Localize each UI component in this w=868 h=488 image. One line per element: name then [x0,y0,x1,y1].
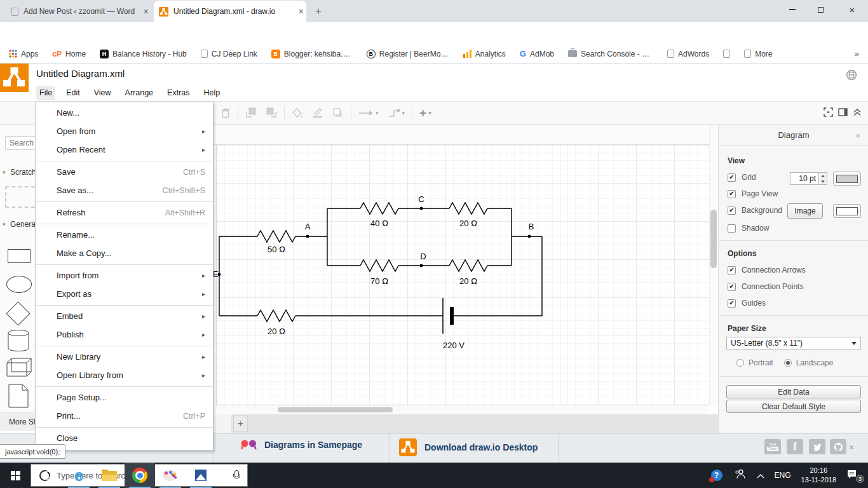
notification-center-icon[interactable]: 3 [846,469,862,482]
menu-item-make-a-copy[interactable]: Make a Copy... [36,244,213,262]
clear-default-style-button[interactable]: Clear Default Style [726,400,861,413]
background-image-button[interactable]: Image [787,203,823,219]
circuit-diagram[interactable]: A B C D E 50 Ω 40 Ω 20 Ω 70 Ω 20 Ω 20 Ω … [214,125,709,405]
window-minimize-button[interactable] [783,1,802,18]
shape-diamond[interactable] [6,301,30,325]
new-tab-button[interactable]: + [310,3,327,20]
menu-edit[interactable]: Edit [63,86,83,100]
connection-arrows-checkbox[interactable]: ✔ [728,266,736,274]
close-panel-icon[interactable]: × [855,131,860,140]
paper-size-select[interactable]: US-Letter (8,5" x 11") [726,337,861,349]
node-label-c[interactable]: C [418,194,424,204]
vertical-scrollbar-thumb[interactable] [710,210,717,268]
node-label-b[interactable]: B [529,222,534,231]
delete-button[interactable] [216,102,235,125]
grid-size-input[interactable]: 10 pt [790,172,819,185]
grid-color-swatch[interactable] [833,172,861,186]
tab-drawio[interactable]: Untitled Diagram.xml - draw.io × [154,1,306,22]
close-footer-icon[interactable]: × [849,442,854,452]
menu-item-embed[interactable]: Embed▸ [36,307,213,325]
resistor-value-20-top[interactable]: 20 Ω [459,219,477,228]
bookmark-cpanel-home[interactable]: cP Home [52,50,86,58]
resistor-value-20-main[interactable]: 20 Ω [268,327,285,336]
photos-taskbar-icon[interactable] [186,463,216,488]
menu-item-save-as[interactable]: Save as...Ctrl+Shift+S [36,181,213,200]
language-indicator[interactable]: ENG [775,471,791,480]
clock[interactable]: 20:16 13-11-2018 [801,466,836,485]
menu-item-rename[interactable]: Rename... [36,226,213,244]
bookmark-balance-history[interactable]: H Balance History - Hub [100,50,187,58]
menu-item-import-from[interactable]: Import from▸ [36,266,213,285]
menu-item-open-recent[interactable]: Open Recent▸ [36,140,213,159]
background-checkbox[interactable]: ✔ [728,207,736,215]
landscape-radio[interactable] [784,359,792,367]
bookmark-search-console[interactable]: Search Console - Das [568,50,653,58]
desktop-banner-link[interactable]: Download draw.io Desktop [399,438,538,456]
menu-extras[interactable]: Extras [164,86,193,100]
shadow-checkbox[interactable] [728,224,736,233]
help-tray-icon[interactable]: ? [710,469,723,482]
bookmark-more[interactable]: More [744,50,772,58]
menu-item-new[interactable]: New... [36,104,213,122]
connection-points-checkbox[interactable]: ✔ [728,283,736,291]
edit-data-button[interactable]: Edit Data [726,385,861,398]
insert-dropdown[interactable]: +▾ [415,102,436,125]
github-icon[interactable] [830,439,846,454]
bookmark-adwords[interactable]: AdWords [667,50,709,58]
bookmark-apps[interactable]: Apps [9,50,38,58]
fill-color-button[interactable] [287,102,308,125]
twitter-icon[interactable] [809,439,825,454]
language-globe-icon[interactable] [845,69,858,81]
page-view-checkbox[interactable]: ✔ [728,190,736,198]
background-color-swatch[interactable] [833,204,861,218]
menu-arrange[interactable]: Arrange [122,86,156,100]
collapse-toolbar-icon[interactable] [853,107,862,119]
battery-symbol[interactable] [443,298,452,334]
battery-value[interactable]: 220 V [443,341,465,350]
shadow-button[interactable] [328,102,348,125]
samepage-banner-link[interactable]: Diagrams in Samepage [240,439,362,451]
guides-checkbox[interactable]: ✔ [728,299,736,308]
node-label-d[interactable]: D [420,252,426,261]
line-color-button[interactable] [308,102,328,125]
menu-item-export-as[interactable]: Export as▸ [36,285,213,303]
bookmark-beermoney[interactable]: B Register | BeerMoney [367,50,449,58]
tab-wordpress[interactable]: Add New Post ‹ zzoomit — Word × [6,1,151,22]
shape-rectangle[interactable] [8,249,31,263]
format-panel-toggle-icon[interactable] [838,107,848,119]
window-maximize-button[interactable] [811,1,830,18]
chrome-taskbar-icon[interactable] [125,463,155,488]
menu-item-open-library-from[interactable]: Open Library from▸ [36,366,213,384]
menu-view[interactable]: View [91,86,114,100]
facebook-icon[interactable]: f [787,439,803,454]
menu-item-print[interactable]: Print...Ctrl+P [36,407,213,425]
menu-item-publish[interactable]: Publish▸ [36,325,213,344]
fullscreen-icon[interactable] [824,107,833,119]
waypoint-style-dropdown[interactable]: ▾ [383,102,410,125]
bookmark-admob[interactable]: G AdMob [520,49,554,58]
people-tray-icon[interactable] [735,469,745,482]
bookmark-cj-deep-link[interactable]: CJ Deep Link [201,50,257,58]
microphone-icon[interactable] [233,470,239,480]
portrait-radio[interactable] [736,359,744,367]
to-front-button[interactable] [241,102,261,125]
horizontal-scrollbar-thumb[interactable] [278,407,393,412]
add-page-button[interactable]: + [233,416,248,432]
paint3d-taskbar-icon[interactable] [155,463,186,488]
to-back-button[interactable] [261,102,281,125]
node-label-a[interactable]: A [305,222,311,231]
shape-ellipse[interactable] [6,276,32,293]
grid-size-stepper[interactable] [819,172,827,185]
start-button[interactable] [0,463,31,488]
menu-item-new-library[interactable]: New Library▸ [36,348,213,366]
close-tab-icon[interactable]: × [141,7,151,16]
resistor-value-20-bottom[interactable]: 20 Ω [459,276,477,286]
youtube-icon[interactable]: You Tube [764,439,781,454]
menu-item-open-from[interactable]: Open from▸ [36,122,213,140]
menu-item-save[interactable]: SaveCtrl+S [36,163,213,181]
window-close-button[interactable]: × [843,1,862,18]
task-view-button[interactable] [33,463,64,488]
menu-item-refresh[interactable]: RefreshAlt+Shift+R [36,203,213,222]
resistor-value-50[interactable]: 50 Ω [268,245,285,254]
grid-checkbox[interactable]: ✔ [728,173,736,182]
